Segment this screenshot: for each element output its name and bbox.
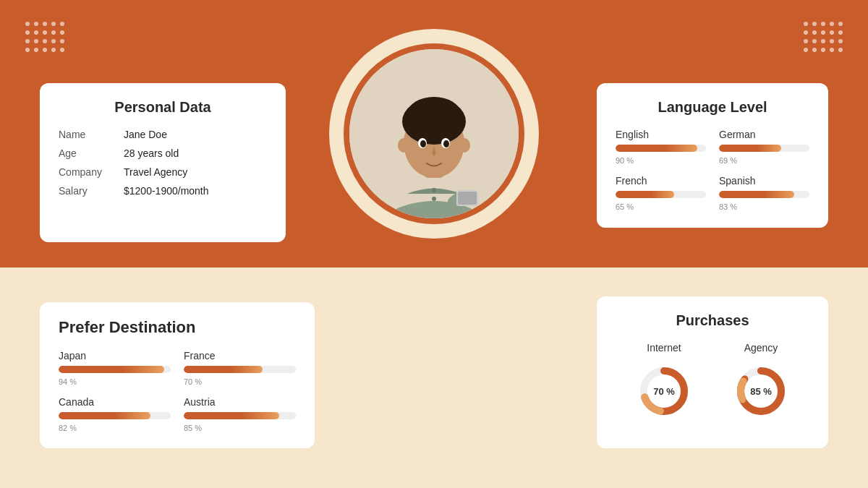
bar-english [616, 145, 706, 152]
data-row-age: Age 28 years old [59, 147, 267, 159]
lang-french: French 65 % [616, 175, 706, 211]
purchase-internet: Internet 70 % [635, 342, 693, 420]
lang-english: English 90 % [616, 129, 706, 165]
value-name: Jane Doe [124, 129, 167, 140]
lang-french-name: French [616, 175, 706, 187]
bar-austria-fill [184, 412, 279, 419]
bar-japan-pct: 94 % [59, 377, 171, 386]
dest-france: France 70 % [184, 350, 296, 386]
svg-point-5 [408, 97, 460, 129]
bar-canada-pct: 82 % [59, 424, 171, 432]
destination-grid: Japan 94 % France 70 % Canada 82 % Austr… [59, 350, 296, 432]
purchase-agency: Agency 85 % [732, 342, 790, 420]
label-company: Company [59, 166, 124, 178]
language-grid: English 90 % German 69 % French 65 % Spa… [616, 129, 809, 211]
language-level-title: Language Level [616, 99, 809, 116]
dest-japan-name: Japan [59, 350, 171, 361]
value-company: Travel Agency [124, 166, 187, 178]
donut-internet: 70 % [635, 362, 693, 420]
bar-french-pct: 65 % [616, 202, 706, 211]
bar-german [719, 145, 809, 152]
value-salary: $1200-1900/month [124, 185, 209, 197]
label-name: Name [59, 129, 124, 140]
destination-card: Prefer Destination Japan 94 % France 70 … [40, 302, 315, 448]
dest-japan: Japan 94 % [59, 350, 171, 386]
dots-top-left [25, 22, 64, 52]
donut-internet-pct: 70 % [653, 386, 675, 397]
lang-german: German 69 % [719, 129, 809, 165]
svg-point-12 [432, 188, 436, 192]
bar-austria-pct: 85 % [184, 424, 296, 432]
bar-german-fill [719, 145, 781, 152]
profile-svg [349, 49, 519, 218]
bar-french-fill [616, 191, 674, 198]
svg-point-10 [420, 140, 426, 147]
data-row-name: Name Jane Doe [59, 129, 267, 140]
bar-spanish [719, 191, 809, 198]
dest-austria-name: Austria [184, 396, 296, 408]
bar-france [184, 366, 296, 373]
lang-german-name: German [719, 129, 809, 140]
destination-title: Prefer Destination [59, 318, 296, 337]
donut-agency: 85 % [732, 362, 790, 420]
lang-spanish-name: Spanish [719, 175, 809, 187]
svg-point-6 [398, 138, 409, 153]
bar-japan-fill [59, 366, 164, 373]
dots-top-right [804, 22, 843, 52]
svg-rect-16 [458, 192, 477, 205]
personal-data-title: Personal Data [59, 99, 267, 116]
bar-french [616, 191, 706, 198]
dest-france-name: France [184, 350, 296, 361]
language-level-card: Language Level English 90 % German 69 % … [597, 83, 828, 228]
purchases-title: Purchases [616, 312, 809, 329]
bar-german-pct: 69 % [719, 156, 809, 165]
bar-spanish-fill [719, 191, 794, 198]
dest-canada: Canada 82 % [59, 396, 171, 432]
purchase-internet-label: Internet [647, 342, 681, 354]
personal-data-card: Personal Data Name Jane Doe Age 28 years… [40, 83, 286, 242]
bar-austria [184, 412, 296, 419]
svg-point-7 [459, 138, 470, 153]
purchases-grid: Internet 70 % Agency 85 % [616, 342, 809, 420]
donut-agency-pct: 85 % [750, 386, 772, 397]
svg-point-13 [432, 197, 436, 201]
bar-spanish-pct: 83 % [719, 202, 809, 211]
dest-canada-name: Canada [59, 396, 171, 408]
bar-france-fill [184, 366, 263, 373]
purchase-agency-label: Agency [744, 342, 778, 354]
bar-english-pct: 90 % [616, 156, 706, 165]
svg-point-11 [443, 140, 449, 147]
dest-austria: Austria 85 % [184, 396, 296, 432]
bar-canada [59, 412, 171, 419]
lang-english-name: English [616, 129, 706, 140]
bar-english-fill [616, 145, 697, 152]
data-row-salary: Salary $1200-1900/month [59, 185, 267, 197]
bar-canada-fill [59, 412, 150, 419]
purchases-card: Purchases Internet 70 % Agency [597, 296, 828, 448]
label-salary: Salary [59, 185, 124, 197]
value-age: 28 years old [124, 147, 179, 159]
profile-image-container [344, 43, 524, 224]
profile-circle [329, 29, 539, 239]
data-row-company: Company Travel Agency [59, 166, 267, 178]
bar-japan [59, 366, 171, 373]
lang-spanish: Spanish 83 % [719, 175, 809, 211]
bar-france-pct: 70 % [184, 377, 296, 386]
label-age: Age [59, 147, 124, 159]
